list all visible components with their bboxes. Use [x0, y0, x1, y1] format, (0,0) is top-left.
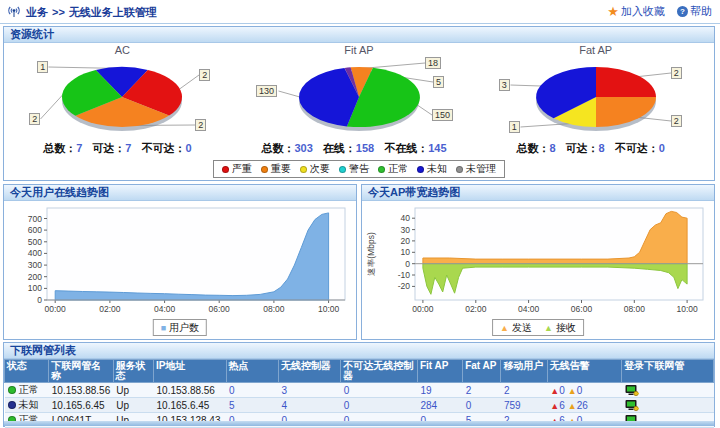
help-link-label: 帮助 — [690, 4, 712, 19]
severity-dot — [456, 166, 463, 173]
ac-pie-chart[interactable]: 1222 — [7, 57, 237, 141]
critical-alarm-count[interactable]: 6 — [559, 400, 565, 411]
wireless-controller-cell-link[interactable]: 3 — [281, 385, 287, 396]
column-header-0: 状态 — [5, 360, 49, 383]
login-nms-icon[interactable] — [625, 386, 639, 397]
svg-text:08:00: 08:00 — [263, 304, 285, 314]
pie-stat-value[interactable]: 158 — [356, 142, 374, 154]
fat-ap-cell-link[interactable]: 2 — [466, 385, 472, 396]
svg-text:06:00: 06:00 — [209, 304, 231, 314]
mobile-users-cell-link[interactable]: 759 — [504, 400, 521, 411]
wireless-controller-cell-link[interactable]: 4 — [281, 400, 287, 411]
pie-stat-value[interactable]: 8 — [599, 142, 605, 154]
fat-ap-pie-title: Fat AP — [477, 44, 714, 57]
fit-ap-cell-link[interactable]: 19 — [420, 385, 431, 396]
pie-callout: 2 — [29, 113, 40, 125]
fat-ap-pie-section: Fat AP 2213 总数：8可达：8不可达：0 — [477, 44, 714, 156]
chart-legend-item: ▲接收 — [544, 321, 576, 335]
minor-alarm-icon: ▲ — [568, 401, 577, 411]
minor-alarm-count[interactable]: 26 — [577, 400, 588, 411]
pie-stat-value[interactable]: 7 — [125, 142, 131, 154]
hotspot-cell: 0 — [226, 383, 278, 398]
svg-text:10: 10 — [401, 247, 411, 257]
svg-text:0: 0 — [405, 259, 410, 269]
status-cell: 正常 — [5, 383, 49, 398]
chart-legend-label: 用户数 — [169, 321, 199, 335]
column-header-1: 下联网管名称 — [49, 360, 113, 383]
mobile-users-cell-link[interactable]: 2 — [504, 385, 510, 396]
pie-stat-label: 可达： — [92, 142, 125, 154]
pie-stat-value[interactable]: 303 — [294, 142, 312, 154]
favorite-link[interactable]: ★ 加入收藏 — [607, 4, 665, 19]
fat-ap-cell-link[interactable]: 0 — [466, 400, 472, 411]
table-row: 未知10.165.6.45Up10.165.6.455402840759▲6▲2… — [5, 398, 714, 413]
pie-stat-value[interactable]: 8 — [549, 142, 555, 154]
hotspot-cell-link[interactable]: 0 — [229, 385, 235, 396]
minor-alarm-count[interactable]: 0 — [577, 385, 583, 396]
pie-callout: 5 — [433, 76, 444, 88]
severity-legend-item: 重要 — [261, 162, 291, 176]
column-header-10: 无线告警 — [547, 360, 622, 383]
status-label: 正常 — [19, 384, 39, 395]
pie-callout: 2 — [199, 69, 210, 81]
nms-name-cell[interactable]: 10.165.6.45 — [49, 398, 113, 413]
svg-text:700: 700 — [28, 214, 42, 224]
severity-dot — [378, 166, 385, 173]
pie-callout: 2 — [195, 119, 206, 131]
breadcrumb-current-page: 无线业务上联管理 — [69, 5, 157, 20]
help-link[interactable]: ? 帮助 — [677, 4, 712, 19]
breadcrumb-separator: >> — [52, 6, 65, 18]
star-icon: ★ — [607, 6, 619, 18]
pie-callout: 150 — [432, 109, 453, 121]
fat-ap-cell: 0 — [463, 398, 501, 413]
ap-bandwidth-trend-legend: ▲发送▲接收 — [492, 319, 584, 336]
svg-text:40: 40 — [401, 213, 411, 223]
top-bar: 业务 >> 无线业务上联管理 ★ 加入收藏 ? 帮助 — [0, 0, 720, 24]
table-header-row: 状态下联网管名称服务状态IP地址热点无线控制器不可达无线控制器Fit APFat… — [5, 360, 714, 383]
breadcrumb-root-link[interactable]: 业务 — [26, 5, 48, 20]
fit-ap-cell: 19 — [417, 383, 462, 398]
pie-stat-value[interactable]: 145 — [428, 142, 446, 154]
unreachable-wc-cell-link[interactable]: 0 — [344, 400, 350, 411]
hotspot-cell-link[interactable]: 5 — [229, 400, 235, 411]
pie-callout: 2 — [671, 67, 682, 79]
favorite-link-label: 加入收藏 — [621, 4, 665, 19]
wireless-alarm-cell: ▲6▲26 — [547, 398, 622, 413]
column-header-2: 服务状态 — [113, 360, 153, 383]
downstream-nms-table: 状态下联网管名称服务状态IP地址热点无线控制器不可达无线控制器Fit APFat… — [4, 359, 714, 428]
svg-text:600: 600 — [28, 225, 42, 235]
pie-stat-value[interactable]: 0 — [185, 142, 191, 154]
status-icon — [8, 386, 16, 394]
unreachable-wc-cell-link[interactable]: 0 — [344, 385, 350, 396]
severity-dot — [261, 166, 268, 173]
user-online-trend-title: 今天用户在线趋势图 — [4, 185, 356, 201]
nms-name-cell[interactable]: 10.153.88.56 — [49, 383, 113, 398]
svg-text:200: 200 — [28, 272, 42, 282]
svg-text:00:00: 00:00 — [412, 304, 434, 314]
svg-text:30: 30 — [401, 225, 411, 235]
svg-text:20: 20 — [401, 236, 411, 246]
top-links: ★ 加入收藏 ? 帮助 — [607, 4, 712, 19]
fit-ap-cell-link[interactable]: 284 — [420, 400, 437, 411]
fit-ap-pie-chart[interactable]: 181501305 — [244, 57, 474, 141]
severity-dot — [300, 166, 307, 173]
pie-callout: 1 — [37, 61, 48, 73]
severity-dot — [339, 166, 346, 173]
unreachable-wc-cell: 0 — [341, 383, 418, 398]
wireless-controller-cell: 4 — [278, 398, 340, 413]
ap-bandwidth-trend-title: 今天AP带宽趋势图 — [362, 185, 714, 201]
user-online-trend-legend: ■用户数 — [153, 319, 207, 336]
column-header-9: 移动用户 — [501, 360, 547, 383]
severity-label: 正常 — [388, 162, 408, 176]
login-nms-icon[interactable] — [625, 401, 639, 412]
pie-stat-value[interactable]: 7 — [76, 142, 82, 154]
fit-ap-cell: 284 — [417, 398, 462, 413]
fat-ap-pie-chart[interactable]: 2213 — [481, 57, 711, 141]
pie-stat-value[interactable]: 0 — [659, 142, 665, 154]
svg-text:400: 400 — [28, 248, 42, 258]
downstream-nms-panel: 下联网管列表 状态下联网管名称服务状态IP地址热点无线控制器不可达无线控制器Fi… — [3, 342, 715, 427]
fat-ap-cell: 2 — [463, 383, 501, 398]
severity-label: 未知 — [427, 162, 447, 176]
pie-stat-label: 在线： — [323, 142, 356, 154]
critical-alarm-count[interactable]: 0 — [559, 385, 565, 396]
